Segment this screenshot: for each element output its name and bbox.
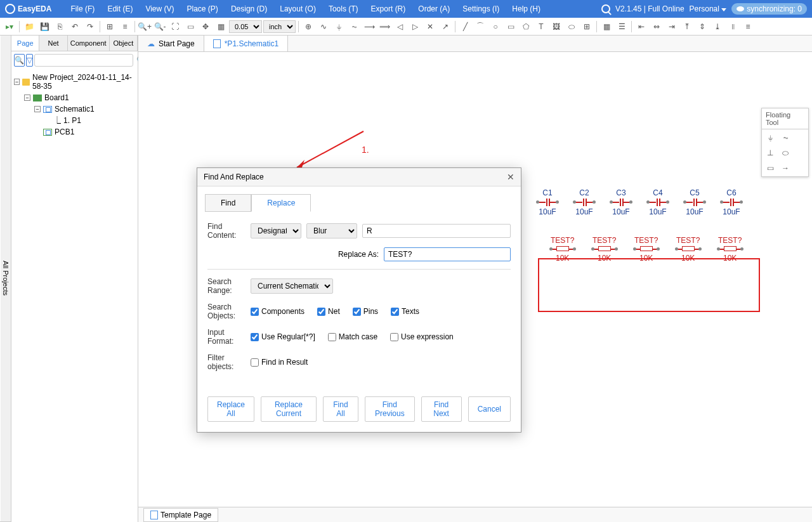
close-icon[interactable]: ✕ [507, 172, 514, 182]
menu-item[interactable]: Design (D) [225, 4, 273, 13]
noconnect-icon[interactable]: ✕ [423, 20, 437, 34]
crosshair-icon[interactable]: ✥ [199, 20, 213, 34]
tree-board[interactable]: −Board1 [14, 92, 135, 103]
find-input[interactable] [362, 224, 511, 238]
replace-input[interactable] [384, 247, 511, 261]
cancel-button[interactable]: Cancel [468, 396, 511, 422]
align-r-icon[interactable]: ⇥ [665, 20, 679, 34]
circle-icon[interactable]: ○ [488, 20, 502, 34]
sidebar-tab[interactable]: Component [68, 36, 110, 51]
tab-start-page[interactable]: ☁Start Page [138, 36, 204, 51]
bus-icon[interactable]: ⟹ [377, 20, 391, 34]
zoom-out-icon[interactable]: 🔍- [153, 20, 167, 34]
table-icon[interactable]: ⊞ [580, 20, 594, 34]
capacitor[interactable]: C110uF [538, 188, 557, 216]
grid2-icon[interactable]: ▦ [214, 20, 228, 34]
menu-item[interactable]: Order (A) [412, 4, 456, 13]
text-icon[interactable]: T [534, 20, 548, 34]
matchcase-checkbox[interactable]: Match case [328, 332, 377, 341]
probe-icon[interactable]: ↗ [438, 20, 452, 34]
rect-icon[interactable]: ▭ [504, 20, 518, 34]
dist-h-icon[interactable]: ⫴ [726, 20, 740, 34]
redo-icon[interactable]: ↷ [83, 20, 97, 34]
port-icon[interactable]: ▷ [408, 20, 422, 34]
search-mode-icon[interactable]: 🔍 [14, 54, 25, 67]
replace-current-button[interactable]: Replace Current [261, 396, 317, 422]
capacitor[interactable]: C310uF [612, 188, 631, 216]
find-tab[interactable]: Find [205, 194, 251, 212]
image-icon[interactable]: 🖼 [549, 20, 563, 34]
replace-tab[interactable]: Replace [251, 194, 311, 212]
unit-select[interactable]: inch [263, 20, 296, 33]
menu-item[interactable]: Layout (O) [273, 4, 322, 13]
menu-item[interactable]: Help (H) [506, 4, 547, 13]
align-c-icon[interactable]: ⇔ [650, 20, 664, 34]
line-icon[interactable]: ╱ [458, 20, 472, 34]
pins-checkbox[interactable]: Pins [353, 307, 378, 316]
sidebar-search-input[interactable] [34, 54, 133, 67]
sidebar-tab[interactable]: Page [11, 36, 39, 51]
menu-item[interactable]: Edit (E) [101, 4, 139, 13]
tree-page[interactable]: ⎿1. P1 [14, 115, 135, 126]
dist-v-icon[interactable]: ≡ [741, 20, 755, 34]
components-checkbox[interactable]: Components [251, 307, 304, 316]
find-next-button[interactable]: Find Next [421, 396, 462, 422]
find-previous-button[interactable]: Find Previous [365, 396, 415, 422]
open-icon[interactable]: 📁 [22, 20, 36, 34]
filter-mode-icon[interactable]: ▽ [26, 54, 33, 67]
menu-item[interactable]: View (V) [139, 4, 180, 13]
select-icon[interactable]: ▭ [183, 20, 197, 34]
undo-icon[interactable]: ↶ [68, 20, 82, 34]
capacitor[interactable]: C510uF [685, 188, 704, 216]
replace-all-button[interactable]: Replace All [207, 396, 254, 422]
rect-icon[interactable]: ▭ [764, 162, 776, 174]
expression-checkbox[interactable]: Use expression [390, 332, 454, 341]
align-m-icon[interactable]: ⇕ [695, 20, 709, 34]
menu-item[interactable]: Tools (T) [322, 4, 365, 13]
netlabel-icon[interactable]: ◁ [393, 20, 407, 34]
bom-icon[interactable]: ☰ [615, 20, 629, 34]
poly-icon[interactable]: ⬠ [519, 20, 533, 34]
vcc-icon[interactable]: ⏦ [347, 20, 361, 34]
gnd-icon[interactable]: ⏚ [764, 132, 776, 143]
resistor-icon[interactable]: ∿ [317, 20, 331, 34]
tree-project[interactable]: −New Project_2024-01-11_14-58-35 [14, 72, 135, 92]
left-tab[interactable]: Project Design [0, 36, 1, 522]
zoom-in-icon[interactable]: 🔍+ [138, 20, 152, 34]
match-mode-select[interactable]: Blur [306, 223, 357, 238]
left-tab[interactable]: All Projects [1, 36, 11, 522]
search-icon[interactable] [601, 4, 610, 13]
ellipse-icon[interactable]: ⬭ [565, 20, 579, 34]
drc-icon[interactable]: ▦ [599, 20, 613, 34]
align-l-icon[interactable]: ⇤ [634, 20, 648, 34]
net-icon[interactable]: ⟶ [362, 20, 376, 34]
template-page-tab[interactable]: Template Page [143, 508, 218, 522]
new-button[interactable]: ▸▾ [3, 20, 16, 34]
arrow-icon[interactable]: → [780, 162, 791, 174]
search-range-select[interactable]: Current Schematic [251, 278, 333, 294]
tree-pcb[interactable]: PCB1 [14, 126, 135, 138]
sync-badge[interactable]: synchronizing: 0 [731, 3, 807, 15]
find-in-result-checkbox[interactable]: Find in Result [251, 358, 308, 367]
ellipse-icon[interactable]: ⬭ [780, 147, 791, 159]
zoom-select[interactable]: 0.05 [229, 20, 262, 33]
menu-item[interactable]: Export (R) [365, 4, 412, 13]
vcc-icon[interactable]: ⏦ [780, 132, 791, 143]
capacitor[interactable]: C210uF [575, 188, 594, 216]
find-all-button[interactable]: Find All [323, 396, 358, 422]
grid-icon[interactable]: ⊞ [103, 20, 117, 34]
component-icon[interactable]: ⊕ [301, 20, 315, 34]
capacitor[interactable]: C610uF [722, 188, 741, 216]
fit-icon[interactable]: ⛶ [168, 20, 182, 34]
tree-schematic[interactable]: −Schematic1 [14, 103, 135, 115]
tab-schematic[interactable]: *P1.Schematic1 [204, 36, 288, 51]
perp-icon[interactable]: ⊥ [764, 147, 776, 159]
workspace-dropdown[interactable]: Personal [690, 4, 727, 13]
sidebar-tab[interactable]: Object [110, 36, 138, 51]
save-icon[interactable]: 💾 [37, 20, 51, 34]
menu-item[interactable]: Settings (I) [456, 4, 506, 13]
capacitor[interactable]: C410uF [648, 188, 667, 216]
menu-item[interactable]: Place (P) [181, 4, 225, 13]
floating-tool-panel[interactable]: Floating Tool ⏚ ⏦ ⊥ ⬭ ▭ → [761, 108, 809, 177]
align-t-icon[interactable]: ⤒ [680, 20, 694, 34]
